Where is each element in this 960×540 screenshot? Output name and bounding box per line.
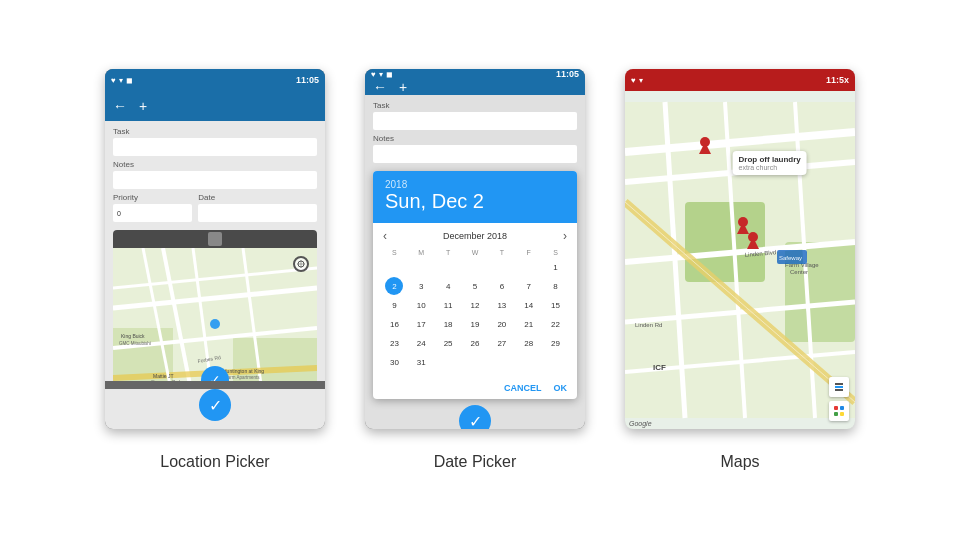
lp-forward-arrow[interactable]: + <box>139 98 147 114</box>
dp-header-t2: T <box>488 249 515 256</box>
lp-priority-label: Priority <box>113 193 192 202</box>
dp-day-29[interactable]: 29 <box>542 334 569 352</box>
dp-bottom-circle-btn[interactable]: ✓ <box>459 405 491 429</box>
dp-day-empty <box>462 353 489 371</box>
dp-header-w: W <box>462 249 489 256</box>
maps-label: Maps <box>720 453 759 471</box>
dp-header-s1: S <box>381 249 408 256</box>
dp-day-20[interactable]: 20 <box>488 315 515 333</box>
dp-day-4[interactable]: 4 <box>435 277 462 295</box>
svg-rect-50 <box>835 389 843 391</box>
dp-day-16[interactable]: 16 <box>381 315 408 333</box>
dp-prev-month[interactable]: ‹ <box>383 229 387 243</box>
dp-day-27[interactable]: 27 <box>488 334 515 352</box>
dp-notes-label: Notes <box>373 134 577 143</box>
dp-day-empty <box>542 353 569 371</box>
dp-day-21[interactable]: 21 <box>515 315 542 333</box>
lp-priority-field[interactable]: 0 <box>113 204 192 222</box>
dp-day-empty <box>515 353 542 371</box>
lp-toolbar: ← + <box>105 91 325 121</box>
dp-day-15[interactable]: 15 <box>542 296 569 314</box>
mp-status-time: 11:5x <box>826 75 849 85</box>
dp-modal: 2018 Sun, Dec 2 ‹ December 2018 › S M <box>373 171 577 399</box>
mp-tooltip-subtitle: extra church <box>739 164 801 171</box>
dp-day-empty <box>435 258 462 276</box>
dp-calendar-header: ‹ December 2018 › <box>373 223 577 249</box>
dp-day-empty <box>515 258 542 276</box>
dp-day-empty <box>408 258 435 276</box>
lp-map[interactable]: Forbes Rd King Buick GMC Mitsubishi Matt… <box>113 230 317 381</box>
dp-day-13[interactable]: 13 <box>488 296 515 314</box>
dp-ok-btn[interactable]: OK <box>554 383 568 393</box>
dp-days-grid: 1 2 3 4 5 6 7 8 9 10 <box>381 258 569 371</box>
dp-day-14[interactable]: 14 <box>515 296 542 314</box>
lp-bottom-circle-btn[interactable]: ✓ <box>199 389 231 421</box>
dp-day-empty <box>488 353 515 371</box>
dp-day-empty <box>462 258 489 276</box>
svg-rect-52 <box>840 406 844 410</box>
dp-day-12[interactable]: 12 <box>462 296 489 314</box>
dp-forward-arrow[interactable]: + <box>399 79 407 95</box>
dp-day-30[interactable]: 30 <box>381 353 408 371</box>
dp-month-label: December 2018 <box>443 231 507 241</box>
maps-phone: ♥▾ 11:5x <box>625 69 855 429</box>
svg-text:Farm Apartments: Farm Apartments <box>225 375 260 380</box>
dp-day-empty <box>435 353 462 371</box>
svg-rect-53 <box>834 412 838 416</box>
lp-date-field[interactable] <box>198 204 317 222</box>
dp-day-31[interactable]: 31 <box>408 353 435 371</box>
lp-date-label: Date <box>198 193 317 202</box>
dp-day-11[interactable]: 11 <box>435 296 462 314</box>
dp-task-label: Task <box>373 101 577 110</box>
lp-map-icon <box>208 232 222 246</box>
lp-crosshair-btn[interactable] <box>293 256 309 272</box>
dp-day-28[interactable]: 28 <box>515 334 542 352</box>
svg-rect-49 <box>835 386 843 388</box>
dp-day-10[interactable]: 10 <box>408 296 435 314</box>
svg-text:Huntington at King: Huntington at King <box>223 368 264 374</box>
dp-day-23[interactable]: 23 <box>381 334 408 352</box>
mp-map-body[interactable]: Linden Blvd Linden Rd Farm Village Cente… <box>625 91 855 429</box>
location-picker-item: ♥▾◼ 11:05 ← + Task Notes <box>105 69 325 471</box>
dp-header-s2: S <box>542 249 569 256</box>
lp-status-time: 11:05 <box>296 75 319 85</box>
dp-cancel-btn[interactable]: CANCEL <box>504 383 542 393</box>
lp-notes-field[interactable] <box>113 171 317 189</box>
mp-layers-btn[interactable] <box>829 377 849 397</box>
dp-day-empty <box>381 258 408 276</box>
dp-day-26[interactable]: 26 <box>462 334 489 352</box>
dp-day-25[interactable]: 25 <box>435 334 462 352</box>
svg-text:GMC Mitsubishi: GMC Mitsubishi <box>119 341 151 346</box>
dp-day-6[interactable]: 6 <box>488 277 515 295</box>
svg-point-47 <box>748 232 758 242</box>
dp-back-arrow[interactable]: ← <box>373 79 387 95</box>
mp-statusbar: ♥▾ 11:5x <box>625 69 855 91</box>
dp-day-24[interactable]: 24 <box>408 334 435 352</box>
dp-day-19[interactable]: 19 <box>462 315 489 333</box>
svg-text:King Buick: King Buick <box>121 333 145 339</box>
lp-task-field[interactable] <box>113 138 317 156</box>
dp-day-5[interactable]: 5 <box>462 277 489 295</box>
dp-display-date: Sun, Dec 2 <box>385 190 565 213</box>
mp-maps-icon-btn[interactable] <box>829 401 849 421</box>
lp-back-arrow[interactable]: ← <box>113 98 127 114</box>
mp-tooltip-title: Drop off laundry <box>739 155 801 164</box>
dp-day-3[interactable]: 3 <box>408 277 435 295</box>
lp-status-icons: ♥▾◼ <box>111 76 133 85</box>
svg-rect-54 <box>840 412 844 416</box>
dp-day-7[interactable]: 7 <box>515 277 542 295</box>
dp-day-2-selected[interactable]: 2 <box>385 277 403 295</box>
dp-day-18[interactable]: 18 <box>435 315 462 333</box>
dp-status-time: 11:05 <box>556 69 579 79</box>
dp-year: 2018 <box>385 179 565 190</box>
dp-day-8[interactable]: 8 <box>542 277 569 295</box>
dp-next-month[interactable]: › <box>563 229 567 243</box>
dp-day-1[interactable]: 1 <box>542 258 569 276</box>
dp-day-22[interactable]: 22 <box>542 315 569 333</box>
maps-item: ♥▾ 11:5x <box>625 69 855 471</box>
dp-day-9[interactable]: 9 <box>381 296 408 314</box>
svg-point-12 <box>210 319 220 329</box>
dp-modal-header: 2018 Sun, Dec 2 <box>373 171 577 223</box>
dp-body: Task Notes 2018 Sun, Dec 2 ‹ December 20… <box>365 95 585 429</box>
dp-day-17[interactable]: 17 <box>408 315 435 333</box>
